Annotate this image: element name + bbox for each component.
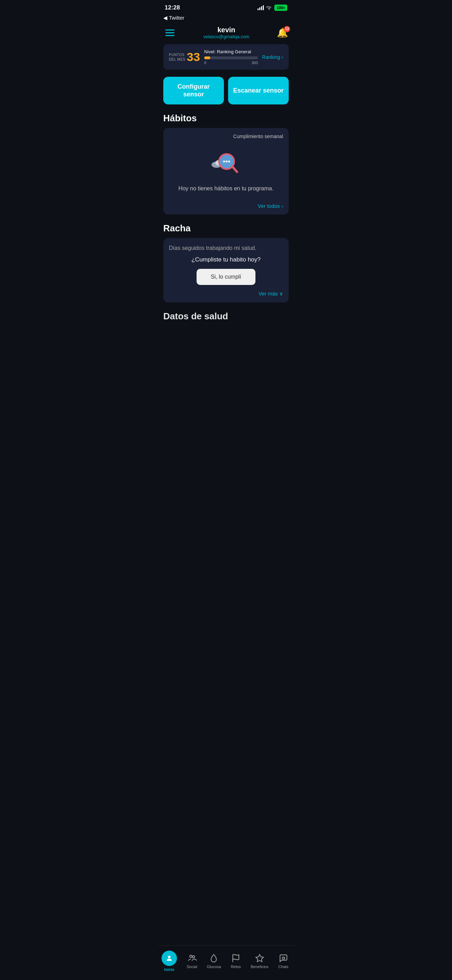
progress-max: 300 — [251, 60, 258, 65]
points-progress-bar — [204, 56, 258, 59]
racha-question: ¿Cumpliste tu habito hoy? — [169, 256, 283, 263]
notification-count: 13 — [284, 26, 290, 32]
svg-point-5 — [228, 161, 230, 162]
points-label: PUNTOSDEL MES — [169, 52, 185, 62]
header-center: kevin velasco@gmailqa.com — [204, 26, 250, 39]
ver-mas-link[interactable]: Ver más ∨ — [169, 291, 283, 297]
menu-button[interactable] — [164, 28, 176, 38]
cumplir-button[interactable]: Si, lo cumplí — [197, 269, 255, 285]
app-header: kevin velasco@gmailqa.com 🔔 13 — [158, 23, 294, 44]
habits-empty-state: Hoy no tienes hábitos en tu programa. — [169, 145, 283, 203]
points-card: PUNTOSDEL MES 33 Nivel: Ranking General … — [163, 44, 289, 70]
cumplimiento-label: Cumplimiento semanal — [169, 134, 283, 139]
progress-labels: 0 300 — [204, 60, 258, 65]
action-buttons: Configurar sensor Escanear sensor — [158, 77, 294, 113]
back-nav[interactable]: ◀ Twitter — [158, 14, 294, 23]
svg-point-4 — [226, 161, 228, 162]
signal-bars-icon — [258, 5, 264, 10]
habits-card: Cumplimiento semanal Hoy no tienes hábit… — [163, 128, 289, 215]
back-nav-label[interactable]: ◀ Twitter — [163, 15, 184, 21]
progress-min: 0 — [204, 60, 206, 65]
wifi-icon — [266, 5, 272, 11]
svg-point-3 — [223, 161, 225, 162]
nivel-text: Nivel: Ranking General — [204, 49, 258, 54]
racha-card: Días seguidos trabajando mi salud. ¿Cump… — [163, 238, 289, 302]
magnifier-icon — [210, 148, 242, 180]
ver-todos-link[interactable]: Ver todos › — [169, 203, 283, 209]
notification-bell[interactable]: 🔔 13 — [277, 27, 288, 38]
points-value: 33 — [187, 50, 200, 64]
user-name: kevin — [204, 26, 250, 34]
status-time: 12:28 — [165, 4, 180, 11]
points-left: PUNTOSDEL MES 33 — [169, 50, 200, 64]
battery-indicator: 100+ — [274, 5, 287, 11]
racha-title: Racha — [158, 223, 294, 238]
user-email: velasco@gmailqa.com — [204, 34, 250, 39]
main-content: PUNTOSDEL MES 33 Nivel: Ranking General … — [158, 44, 294, 361]
datos-salud-title: Datos de salud — [158, 311, 294, 326]
habits-empty-text: Hoy no tienes hábitos en tu programa. — [178, 185, 273, 192]
habitos-title: Hábitos — [158, 113, 294, 128]
escanear-sensor-button[interactable]: Escanear sensor — [228, 77, 289, 105]
svg-line-6 — [232, 167, 237, 172]
status-bar: 12:28 100+ — [158, 0, 294, 14]
points-right: Nivel: Ranking General 0 300 — [204, 49, 258, 65]
ranking-link[interactable]: Ranking › — [262, 54, 283, 60]
points-progress-fill — [204, 56, 210, 59]
racha-subtitle: Días seguidos trabajando mi salud. — [169, 245, 283, 251]
configurar-sensor-button[interactable]: Configurar sensor — [163, 77, 224, 105]
status-icons: 100+ — [258, 5, 287, 11]
